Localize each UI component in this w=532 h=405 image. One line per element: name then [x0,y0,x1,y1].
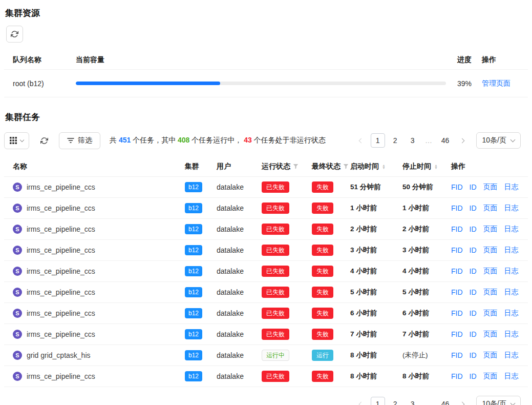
action-link-2[interactable]: 页面 [483,351,498,360]
action-link-2[interactable]: 页面 [483,330,498,339]
action-link-3[interactable]: 日志 [504,288,519,297]
action-link-3[interactable]: 日志 [504,225,519,234]
action-link-1[interactable]: ID [470,246,477,254]
page-ellipsis[interactable]: … [423,400,435,405]
manage-page-link[interactable]: 管理页面 [482,79,510,87]
page-number-2[interactable]: 2 [388,133,402,148]
action-link-2[interactable]: 页面 [483,288,498,297]
action-link-0[interactable]: FID [451,288,463,296]
spark-task-icon: S [13,204,22,213]
col-start-time: 启动时间 ▲▼ [350,162,402,171]
prev-page-button[interactable] [353,133,368,148]
row-actions: FIDID页面日志 [451,225,528,234]
action-link-2[interactable]: 页面 [483,372,498,381]
table-row: S irms_ce_pipeline_ccs b12 datalake 已失败 … [4,261,528,282]
final-status-filter-icon[interactable] [343,164,349,169]
refresh-icon [40,137,48,145]
refresh-icon [11,30,18,38]
page-number-46[interactable]: 46 [438,133,453,148]
filter-button[interactable]: 筛选 [59,132,100,149]
run-status-badge: 已失败 [262,371,289,382]
start-time-sort-icon[interactable]: ▲▼ [382,164,386,169]
start-time: 8 小时前 [350,351,402,360]
action-link-1[interactable]: ID [470,372,477,380]
action-link-3[interactable]: 日志 [504,372,519,381]
page-ellipsis[interactable]: … [423,136,435,145]
page-number-3[interactable]: 3 [406,397,420,405]
final-status-badge: 失败 [312,329,333,340]
action-link-2[interactable]: 页面 [483,183,498,192]
next-page-button[interactable] [456,397,470,405]
action-link-1[interactable]: ID [470,351,477,359]
action-link-0[interactable]: FID [451,246,463,254]
stop-time: 8 小时前 [402,372,451,381]
action-link-3[interactable]: 日志 [504,309,519,318]
page-number-3[interactable]: 3 [406,133,420,148]
chevron-down-icon [510,137,516,142]
action-link-3[interactable]: 日志 [504,246,519,255]
run-status-filter-icon[interactable] [293,164,299,169]
table-row: S irms_ce_pipeline_ccs b12 datalake 已失败 … [4,282,528,303]
action-link-3[interactable]: 日志 [504,204,519,213]
action-link-0[interactable]: FID [451,204,463,212]
action-link-2[interactable]: 页面 [483,309,498,318]
page-number-2[interactable]: 2 [388,397,402,405]
action-link-0[interactable]: FID [451,309,463,317]
tasks-refresh-button[interactable] [36,132,52,149]
action-link-0[interactable]: FID [451,372,463,380]
final-status-badge: 失败 [312,371,333,382]
page: 集群资源 队列名称 当前容量 进度 操作 root (b12) [0,0,532,405]
action-link-2[interactable]: 页面 [483,225,498,234]
action-link-2[interactable]: 页面 [483,267,498,276]
start-time: 2 小时前 [350,225,402,234]
capacity-bar-cell [76,82,457,85]
run-status-badge: 已失败 [262,308,289,319]
action-link-1[interactable]: ID [470,183,477,191]
action-link-3[interactable]: 日志 [504,267,519,276]
action-link-2[interactable]: 页面 [483,204,498,213]
stop-time-sort-icon[interactable]: ▲▼ [434,164,438,169]
page-size-select[interactable]: 10条/页 [476,396,521,405]
action-link-1[interactable]: ID [470,204,477,212]
resources-refresh-button[interactable] [6,26,23,43]
stop-time: 6 小时前 [402,309,451,318]
action-link-3[interactable]: 日志 [504,351,519,360]
page-number-1[interactable]: 1 [371,397,385,405]
prev-page-button[interactable] [353,397,368,405]
action-link-3[interactable]: 日志 [504,330,519,339]
column-settings-dropdown[interactable] [4,132,29,149]
page-size-select[interactable]: 10条/页 [476,132,521,149]
action-link-1[interactable]: ID [470,330,477,338]
grid-icon [10,137,17,144]
pagination: 1 2 3 … 46 10条/页 [353,396,521,405]
action-link-0[interactable]: FID [451,330,463,338]
row-actions: FIDID页面日志 [451,351,528,360]
action-link-0[interactable]: FID [451,267,463,275]
chevron-left-icon [358,401,364,405]
action-link-1[interactable]: ID [470,267,477,275]
page-number-46[interactable]: 46 [438,397,453,405]
col-current-capacity: 当前容量 [76,55,457,65]
row-actions: FIDID页面日志 [451,288,528,297]
final-status-badge: 失败 [312,287,333,298]
filter-icon [67,137,74,144]
action-link-1[interactable]: ID [470,225,477,233]
action-link-2[interactable]: 页面 [483,246,498,255]
cluster-badge: b12 [185,329,202,340]
final-status-badge: 失败 [312,266,333,277]
task-user: datalake [217,204,262,212]
action-link-1[interactable]: ID [470,309,477,317]
page-number-1[interactable]: 1 [371,133,385,148]
spark-task-icon: S [13,246,22,255]
chevron-down-icon [510,400,516,405]
action-link-0[interactable]: FID [451,225,463,233]
run-status-badge: 已失败 [262,181,289,193]
run-status-badge: 已失败 [262,202,289,214]
action-link-0[interactable]: FID [451,351,463,359]
row-actions: FIDID页面日志 [451,330,528,339]
action-link-1[interactable]: ID [470,288,477,296]
action-link-0[interactable]: FID [451,183,463,191]
action-link-3[interactable]: 日志 [504,183,519,192]
next-page-button[interactable] [456,133,470,148]
tasks-table-header: 名称 集群 用户 运行状态 最终状态 启动时间 ▲▼ [4,156,528,177]
